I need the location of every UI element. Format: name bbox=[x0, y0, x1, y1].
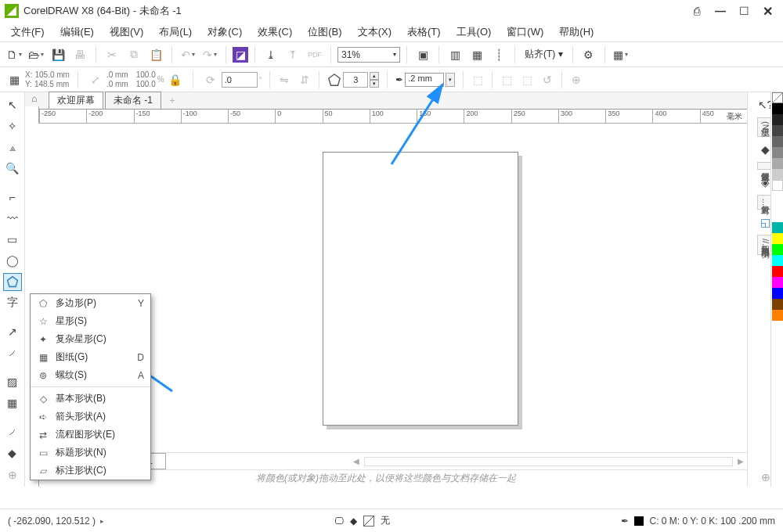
show-guides-button[interactable]: ┊ bbox=[489, 45, 508, 64]
menu-table[interactable]: 表格(T) bbox=[401, 23, 447, 41]
rectangle-tool[interactable]: ▭ bbox=[3, 230, 22, 248]
crop-tool[interactable]: ⟁ bbox=[3, 138, 22, 156]
hscroll-left[interactable]: ◀ bbox=[353, 457, 359, 466]
text-tool[interactable]: 字 bbox=[3, 294, 22, 312]
polygon-tool[interactable] bbox=[3, 273, 22, 291]
menu-effects[interactable]: 效果(C) bbox=[251, 23, 298, 41]
minimize-button[interactable]: — bbox=[709, 2, 731, 20]
tab-welcome[interactable]: 欢迎屏幕 bbox=[49, 92, 103, 109]
parallel-dimension-tool[interactable]: ↗ bbox=[3, 323, 22, 341]
flyout-basic-shapes[interactable]: ◇基本形状(B) bbox=[31, 390, 150, 408]
home-icon[interactable]: ⌂ bbox=[31, 93, 45, 107]
color-proof-icon[interactable]: 🖵 bbox=[334, 516, 344, 527]
hscrollbar[interactable] bbox=[364, 457, 733, 466]
color-swatch[interactable] bbox=[772, 114, 783, 125]
ellipse-tool[interactable]: ◯ bbox=[3, 252, 22, 270]
menu-layout[interactable]: 布局(L) bbox=[153, 23, 198, 41]
polygon-sides-input[interactable]: 3 bbox=[343, 72, 368, 88]
zoom-tool[interactable]: 🔍 bbox=[3, 159, 22, 177]
connector-tool[interactable]: ⟋ bbox=[3, 344, 22, 362]
maximize-button[interactable]: ☐ bbox=[733, 2, 755, 20]
pick-tool[interactable]: ↖ bbox=[3, 95, 22, 113]
freehand-tool[interactable]: ⌐ bbox=[3, 188, 22, 206]
save-button[interactable]: 💾 bbox=[49, 45, 67, 64]
color-swatch[interactable] bbox=[772, 158, 783, 169]
account-icon[interactable]: ⎙ bbox=[686, 2, 708, 20]
wrap-text-button[interactable]: ⬚ bbox=[497, 70, 516, 89]
color-swatch[interactable] bbox=[772, 136, 783, 147]
flyout-spiral[interactable]: ⊚螺纹(S)A bbox=[31, 366, 150, 384]
color-swatch[interactable] bbox=[772, 299, 783, 310]
show-grid-button[interactable]: ▦ bbox=[467, 45, 486, 64]
flyout-graph-paper[interactable]: ▦图纸(G)D bbox=[31, 348, 150, 366]
add-tab-button[interactable]: ＋ bbox=[163, 92, 182, 109]
menu-tools[interactable]: 工具(O) bbox=[450, 23, 498, 41]
flyout-callout-shapes[interactable]: ▱标注形状(C) bbox=[31, 462, 150, 480]
color-swatch[interactable] bbox=[772, 125, 783, 136]
publish-pdf-button[interactable]: PDF bbox=[305, 45, 324, 64]
color-swatch[interactable] bbox=[772, 222, 783, 233]
lock-ratio-icon[interactable]: 🔒 bbox=[166, 70, 185, 89]
search-content-button[interactable]: ◪ bbox=[233, 47, 248, 63]
outline-width-dropdown[interactable]: ▾ bbox=[446, 73, 455, 87]
color-swatch[interactable] bbox=[772, 310, 783, 321]
rotate-input[interactable]: .0 bbox=[222, 72, 258, 88]
menu-view[interactable]: 视图(V) bbox=[103, 23, 150, 41]
ruler-horizontal[interactable]: 毫米 -250 -200 -150 -100 -50 0 50 100 150 … bbox=[39, 110, 747, 124]
copy-button[interactable]: ⧉ bbox=[124, 45, 143, 64]
quick-customize-button[interactable]: ⊕ bbox=[567, 70, 586, 89]
flyout-arrow-shapes[interactable]: ➪箭头形状(A) bbox=[31, 408, 150, 426]
flyout-polygon[interactable]: ⬠多边形(P)Y bbox=[31, 294, 150, 312]
menu-edit[interactable]: 编辑(E) bbox=[54, 23, 100, 41]
fill-icon[interactable]: ◆ bbox=[350, 516, 357, 527]
mirror-h-button[interactable]: ⇋ bbox=[275, 70, 294, 89]
show-rulers-button[interactable]: ▥ bbox=[446, 45, 464, 64]
flyout-complex-star[interactable]: ✦复杂星形(C) bbox=[31, 330, 150, 348]
smart-fill-tool[interactable]: ⊕ bbox=[3, 466, 22, 483]
export-button[interactable]: ⤒ bbox=[283, 45, 302, 64]
color-swatch[interactable] bbox=[772, 277, 783, 288]
menu-bitmap[interactable]: 位图(B) bbox=[301, 23, 348, 41]
mirror-v-button[interactable]: ⇵ bbox=[295, 70, 314, 89]
paste-button[interactable]: 📋 bbox=[146, 45, 165, 64]
convert2-button[interactable]: ↺ bbox=[538, 70, 557, 89]
color-swatch[interactable] bbox=[772, 266, 783, 277]
shape-tool[interactable]: ⟡ bbox=[3, 117, 22, 135]
hscroll-right[interactable]: ▶ bbox=[738, 457, 744, 466]
new-button[interactable]: 🗋▾ bbox=[5, 45, 23, 64]
close-button[interactable]: ✕ bbox=[756, 2, 778, 20]
outline-color-swatch[interactable] bbox=[634, 516, 644, 526]
outline-pen-status-icon[interactable]: ✒ bbox=[621, 516, 629, 527]
flyout-star[interactable]: ☆星形(S) bbox=[31, 312, 150, 330]
to-front-button[interactable]: ⬚ bbox=[468, 70, 487, 89]
menu-window[interactable]: 窗口(W) bbox=[500, 23, 550, 41]
tab-current-doc[interactable]: 未命名 -1 bbox=[105, 92, 161, 109]
transparency-tool[interactable]: ▦ bbox=[3, 394, 22, 412]
import-button[interactable]: ⤓ bbox=[262, 45, 280, 64]
color-swatch[interactable] bbox=[772, 244, 783, 255]
zoom-combo[interactable]: 31%▾ bbox=[337, 47, 400, 63]
menu-file[interactable]: 文件(F) bbox=[5, 23, 51, 41]
snap-to-dropdown[interactable]: 贴齐(T) ▾ bbox=[521, 48, 566, 61]
outline-width-input[interactable]: .2 mm bbox=[405, 73, 444, 87]
drop-shadow-tool[interactable]: ▨ bbox=[3, 373, 22, 391]
flyout-flowchart-shapes[interactable]: ⇄流程图形状(E) bbox=[31, 426, 150, 444]
print-button[interactable]: 🖶 bbox=[70, 45, 89, 64]
cut-button[interactable]: ✂ bbox=[103, 45, 121, 64]
convert-button[interactable]: ⬚ bbox=[518, 70, 536, 89]
color-swatch[interactable] bbox=[772, 233, 783, 244]
color-swatch[interactable] bbox=[772, 288, 783, 299]
undo-button[interactable]: ↶▾ bbox=[179, 45, 197, 64]
color-swatch[interactable] bbox=[772, 103, 783, 114]
artistic-media-tool[interactable]: 〰 bbox=[3, 209, 22, 227]
color-swatch[interactable] bbox=[772, 180, 783, 191]
eyedropper-tool[interactable]: ⟋ bbox=[3, 423, 22, 441]
color-swatch[interactable] bbox=[772, 147, 783, 158]
open-button[interactable]: 🗁▾ bbox=[27, 45, 45, 64]
menu-text[interactable]: 文本(X) bbox=[352, 23, 398, 41]
flyout-banner-shapes[interactable]: ▭标题形状(N) bbox=[31, 444, 150, 462]
fullscreen-preview-button[interactable]: ▣ bbox=[413, 45, 432, 64]
color-none[interactable] bbox=[772, 92, 783, 103]
polygon-sides-stepper[interactable]: ▴▾ bbox=[370, 72, 379, 88]
menu-help[interactable]: 帮助(H) bbox=[553, 23, 600, 41]
